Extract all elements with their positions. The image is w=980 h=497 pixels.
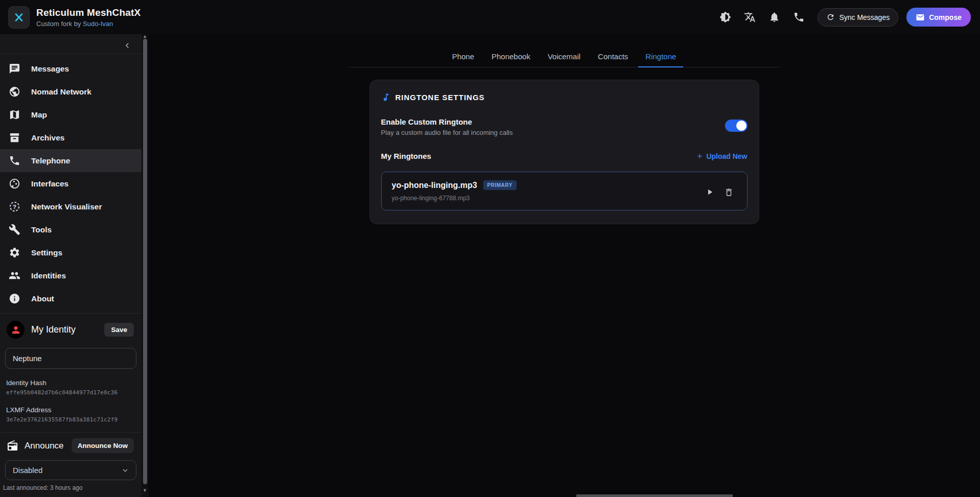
wrench-icon (9, 224, 20, 235)
sidebar-scrollbar: ▲ ▼ (142, 34, 148, 497)
lxmf-address-label: LXMF Address (3, 406, 134, 414)
sidebar-collapse-row (0, 34, 142, 54)
sidebar-item-label: Identities (31, 271, 66, 280)
app-subtitle-text: Custom fork by (36, 20, 83, 28)
plus-icon (696, 152, 704, 160)
toggle-knob (736, 121, 746, 131)
subtitle-author-link[interactable]: Sudo-Ivan (83, 20, 113, 28)
tab-contacts[interactable]: Contacts (591, 49, 635, 67)
sidebar-item-interfaces[interactable]: Interfaces (0, 172, 142, 195)
card-header-title: RINGTONE SETTINGS (395, 93, 485, 102)
identity-name-input[interactable] (5, 348, 136, 369)
interfaces-icon (9, 178, 20, 190)
app-titles: Reticulum MeshChatX Custom fork by Sudo-… (36, 7, 141, 28)
sidebar-item-label: About (31, 294, 54, 303)
primary-badge: PRIMARY (483, 180, 517, 190)
map-icon (9, 109, 20, 121)
my-identity-title: My Identity (31, 324, 76, 335)
topbar-actions: Sync Messages Compose (715, 8, 971, 27)
archive-icon (9, 132, 20, 144)
app-window: Reticulum MeshChatX Custom fork by Sudo-… (0, 0, 980, 497)
horizontal-scrollbar-thumb[interactable] (576, 494, 733, 497)
sync-icon (826, 13, 835, 21)
lxmf-address-block: LXMF Address 3e7e2e37621635587fb83a381c7… (0, 396, 142, 423)
sidebar: Messages Nomad Network Map Archives Tele… (0, 34, 142, 497)
play-icon (705, 187, 714, 197)
sidebar-item-settings[interactable]: Settings (0, 241, 142, 264)
person-icon (10, 324, 21, 336)
sidebar-item-label: Network Visualiser (31, 202, 102, 211)
sidebar-item-map[interactable]: Map (0, 103, 142, 126)
announce-now-button[interactable]: Announce Now (72, 438, 134, 453)
x-logo-icon (8, 6, 30, 29)
notifications-icon[interactable] (764, 8, 784, 27)
sidebar-item-label: Map (31, 110, 47, 120)
upload-new-button[interactable]: Upload New (696, 152, 747, 160)
music-note-icon (381, 92, 391, 102)
tab-ringtone[interactable]: Ringtone (638, 49, 683, 67)
ringtone-list-item[interactable]: yo-phone-linging.mp3 PRIMARY yo-phone-li… (381, 172, 748, 210)
topbar: Reticulum MeshChatX Custom fork by Sudo-… (0, 0, 980, 34)
envelope-icon (916, 13, 925, 22)
network-visualiser-icon: ? (9, 201, 20, 212)
collapse-sidebar-button[interactable] (120, 38, 134, 53)
tab-voicemail[interactable]: Voicemail (541, 49, 588, 67)
trash-icon (724, 187, 734, 197)
enable-custom-ringtone-title: Enable Custom Ringtone (381, 117, 513, 126)
telephone-icon (9, 155, 20, 167)
card-header: RINGTONE SETTINGS (381, 92, 748, 102)
translate-icon[interactable] (740, 8, 759, 27)
compose-button[interactable]: Compose (906, 8, 971, 27)
ringtone-filename: yo-phone-linging-67788.mp3 (392, 195, 737, 202)
app-brand: Reticulum MeshChatX Custom fork by Sudo-… (8, 6, 141, 29)
app-subtitle: Custom fork by Sudo-Ivan (36, 20, 141, 28)
sidebar-item-label: Messages (31, 64, 69, 74)
sidebar-scrollbar-thumb[interactable] (143, 39, 147, 484)
announce-interval-value: Disabled (13, 466, 42, 475)
sidebar-item-tools[interactable]: Tools (0, 218, 142, 241)
sidebar-item-telephone[interactable]: Telephone (0, 149, 142, 172)
sidebar-item-about[interactable]: About (0, 287, 142, 310)
identity-hash-block: Identity Hash effe95b0482d7b6c04844977d1… (0, 369, 142, 396)
sidebar-item-messages[interactable]: Messages (0, 57, 142, 80)
delete-ringtone-button[interactable] (722, 185, 736, 199)
identity-hash-label: Identity Hash (3, 379, 134, 387)
radio-icon (7, 440, 18, 452)
sidebar-item-nomad-network[interactable]: Nomad Network (0, 80, 142, 103)
enable-custom-ringtone-texts: Enable Custom Ringtone Play a custom aud… (381, 117, 513, 136)
scroll-down-arrow[interactable]: ▼ (143, 488, 147, 493)
sidebar-item-label: Interfaces (31, 179, 68, 188)
announce-section: Announce Announce Now (0, 433, 142, 458)
tab-phonebook[interactable]: Phonebook (484, 49, 538, 67)
sync-messages-button[interactable]: Sync Messages (818, 8, 898, 27)
play-ringtone-button[interactable] (703, 185, 716, 199)
my-identity-section: My Identity Save (0, 314, 142, 345)
my-ringtones-header: My Ringtones Upload New (381, 152, 748, 160)
identity-hash-value: effe95b0482d7b6c04844977d17e0c36 (3, 389, 134, 396)
lxmf-address-value: 3e7e2e37621635587fb83a381c71c2f9 (3, 416, 134, 423)
save-button[interactable]: Save (104, 323, 134, 337)
sync-messages-label: Sync Messages (839, 13, 890, 21)
chevron-left-icon (122, 40, 132, 51)
enable-custom-ringtone-toggle[interactable] (725, 120, 748, 132)
upload-new-label: Upload New (706, 152, 747, 160)
app-title: Reticulum MeshChatX (36, 7, 141, 18)
svg-text:?: ? (13, 204, 16, 210)
tab-phone[interactable]: Phone (445, 49, 481, 67)
sidebar-item-archives[interactable]: Archives (0, 126, 142, 149)
sidebar-nav: Messages Nomad Network Map Archives Tele… (0, 54, 142, 313)
sidebar-item-identities[interactable]: Identities (0, 264, 142, 287)
sidebar-item-network-visualiser[interactable]: ? Network Visualiser (0, 195, 142, 218)
brightness-icon[interactable] (715, 8, 735, 27)
enable-custom-ringtone-row: Enable Custom Ringtone Play a custom aud… (381, 117, 748, 136)
sidebar-item-label: Nomad Network (31, 87, 91, 97)
last-announced-text: Last announced: 3 hours ago (0, 480, 142, 491)
globe-icon (9, 86, 20, 98)
ringtone-name: yo-phone-linging.mp3 (392, 181, 477, 190)
chevron-down-icon (121, 466, 130, 475)
telephone-tabs: Phone Phonebook Voicemail Contacts Ringt… (348, 49, 780, 67)
announce-interval-select[interactable]: Disabled (5, 460, 136, 480)
scroll-up-arrow[interactable]: ▲ (143, 34, 147, 39)
sidebar-item-label: Settings (31, 248, 62, 257)
phone-icon[interactable] (789, 8, 808, 27)
